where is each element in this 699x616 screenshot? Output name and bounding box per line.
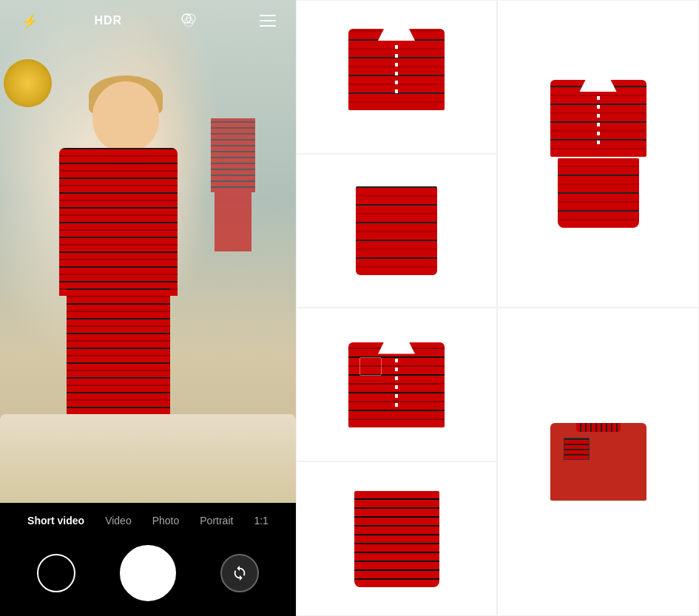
mode-photo[interactable]: Photo xyxy=(152,512,180,529)
camera-bottom-bar: Short video Video Photo Portrait 1:1 xyxy=(0,503,296,616)
viewfinder-background xyxy=(0,0,296,503)
mode-video[interactable]: Video xyxy=(105,512,132,529)
gallery-button[interactable] xyxy=(37,554,75,592)
menu-button[interactable] xyxy=(254,7,281,34)
reflection-shirt xyxy=(211,118,255,192)
product-cell-pants2[interactable] xyxy=(296,461,497,616)
red-shirt-pocket xyxy=(564,438,590,460)
shutter-button[interactable] xyxy=(120,545,176,601)
camera-controls xyxy=(0,545,296,601)
plaid-full-outfit-1 xyxy=(543,80,654,228)
mode-portrait[interactable]: Portrait xyxy=(200,512,233,529)
product-cell-shirt2[interactable] xyxy=(296,308,497,461)
camera-viewfinder xyxy=(0,0,296,503)
product-cell-red-solid[interactable] xyxy=(497,308,699,616)
red-solid-shirt xyxy=(550,423,646,501)
shirt2-pocket xyxy=(359,357,382,376)
mode-ratio[interactable]: 1:1 xyxy=(254,512,268,529)
product-panel xyxy=(296,0,699,616)
flip-camera-button[interactable] xyxy=(220,554,259,592)
product-cell-pants[interactable] xyxy=(296,154,497,308)
svg-text:⚡: ⚡ xyxy=(21,13,36,29)
shirt2-buttons xyxy=(395,350,398,409)
product-cell-outfit-1[interactable] xyxy=(497,0,699,308)
filters-button[interactable] xyxy=(175,7,202,34)
plaid-shirt2 xyxy=(348,342,445,427)
mode-short-video[interactable]: Short video xyxy=(27,512,84,529)
plaid-shirt-flat xyxy=(348,29,445,110)
hdr-label[interactable]: HDR xyxy=(94,14,122,27)
subject-figure xyxy=(44,59,192,451)
red-shirt-collar-trim xyxy=(576,423,621,432)
outfit-pants xyxy=(558,158,639,228)
plaid-shirt-item xyxy=(348,29,445,125)
kid-reflection xyxy=(207,118,259,251)
svg-rect-5 xyxy=(260,20,276,21)
camera-modes: Short video Video Photo Portrait 1:1 xyxy=(27,512,269,529)
kid-shirt xyxy=(59,148,178,296)
reflection-pants xyxy=(215,192,251,251)
svg-rect-4 xyxy=(260,15,276,16)
plaid-pants2 xyxy=(354,491,439,587)
camera-top-bar: ⚡ HDR xyxy=(0,0,296,41)
product-cell-shirt-top[interactable] xyxy=(296,0,497,154)
svg-rect-6 xyxy=(260,25,276,27)
kid-head xyxy=(92,81,159,152)
plaid-pants-flat xyxy=(356,186,437,275)
outfit-buttons xyxy=(597,87,600,146)
bed-area xyxy=(0,414,296,503)
shirt-buttons xyxy=(395,36,398,95)
flash-button[interactable]: ⚡ xyxy=(15,7,41,34)
camera-panel: ⚡ HDR xyxy=(0,0,296,616)
outfit-shirt xyxy=(550,80,646,157)
